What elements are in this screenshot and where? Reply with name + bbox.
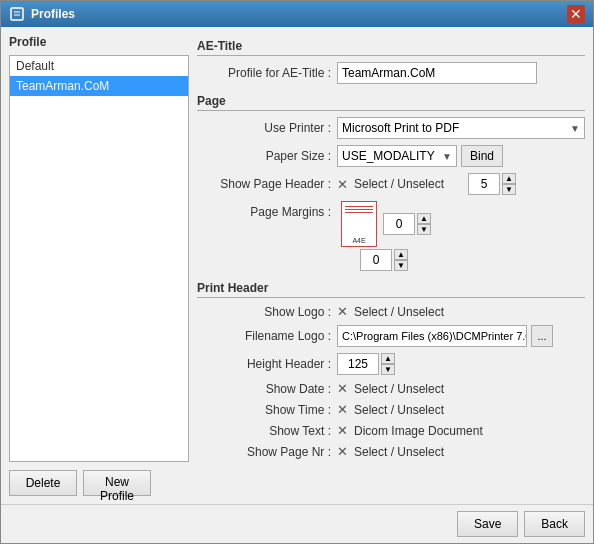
profiles-icon [9, 6, 25, 22]
page-header-spin-up[interactable]: ▲ [502, 173, 516, 184]
show-logo-label: Show Logo : [197, 305, 337, 319]
profile-ae-label: Profile for AE-Title : [197, 66, 337, 80]
show-date-checkbox-area[interactable]: ✕ Select / Unselect [337, 381, 444, 396]
profile-ae-input[interactable] [337, 62, 537, 84]
profile-list[interactable]: Default TeamArman.CoM [9, 55, 189, 462]
profile-item-default[interactable]: Default [10, 56, 188, 76]
use-printer-value: Microsoft Print to PDF [342, 121, 459, 135]
show-date-row: Show Date : ✕ Select / Unselect [197, 381, 585, 396]
height-header-spinner: ▲ ▼ [337, 353, 395, 375]
show-page-nr-label: Show Page Nr : [197, 445, 337, 459]
show-page-header-label: Show Page Header : [197, 177, 337, 191]
page-line-2 [345, 209, 373, 210]
show-logo-row: Show Logo : ✕ Select / Unselect [197, 304, 585, 319]
svg-rect-0 [11, 8, 23, 20]
show-page-header-checkbox-area[interactable]: ✕ Select / Unselect [337, 177, 444, 192]
margin-bottom-input[interactable] [360, 249, 392, 271]
margin-bottom-spinner: ▲ ▼ [360, 249, 408, 271]
show-page-nr-checkbox-area[interactable]: ✕ Select / Unselect [337, 444, 444, 459]
paper-size-value: USE_MODALITY [342, 149, 435, 163]
page-margins-control: A4E ▲ ▼ [337, 201, 585, 271]
window-body: Profile Default TeamArman.CoM Delete New… [1, 27, 593, 504]
show-text-row: Show Text : ✕ Dicom Image Document [197, 423, 585, 438]
show-page-header-text: Select / Unselect [354, 177, 444, 191]
show-time-row: Show Time : ✕ Select / Unselect [197, 402, 585, 417]
show-logo-checkbox-area[interactable]: ✕ Select / Unselect [337, 304, 444, 319]
page-line-1 [345, 206, 373, 207]
page-header-spin-down[interactable]: ▼ [502, 184, 516, 195]
ae-title-section-label: AE-Title [197, 39, 585, 56]
page-header-spinner-btns: ▲ ▼ [502, 173, 516, 195]
filename-logo-control: C:\Program Files (x86)\DCMPrinter 7.0\he… [337, 325, 585, 347]
paper-size-dropdown[interactable]: USE_MODALITY ▼ [337, 145, 457, 167]
page-preview-label: A4E [352, 237, 365, 244]
paper-size-arrow: ▼ [442, 151, 452, 162]
profile-ae-row: Profile for AE-Title : [197, 62, 585, 84]
show-text-check-icon: ✕ [337, 423, 348, 438]
height-header-btns: ▲ ▼ [381, 353, 395, 375]
filename-logo-input[interactable]: C:\Program Files (x86)\DCMPrinter 7.0\he… [337, 325, 527, 347]
paper-size-row: Paper Size : USE_MODALITY ▼ Bind [197, 145, 585, 167]
show-date-check-icon: ✕ [337, 381, 348, 396]
use-printer-dropdown[interactable]: Microsoft Print to PDF ▼ [337, 117, 585, 139]
show-page-header-row: Show Page Header : ✕ Select / Unselect ▲… [197, 173, 585, 195]
filename-logo-label: Filename Logo : [197, 329, 337, 343]
height-header-up[interactable]: ▲ [381, 353, 395, 364]
browse-button[interactable]: ... [531, 325, 553, 347]
left-panel: Profile Default TeamArman.CoM Delete New… [9, 35, 189, 496]
height-header-label: Height Header : [197, 357, 337, 371]
show-logo-check-icon: ✕ [337, 304, 348, 319]
margin-right-input[interactable] [383, 213, 415, 235]
profile-section-label: Profile [9, 35, 189, 49]
page-margins-row: Page Margins : A4E [197, 201, 585, 271]
margin-bottom-down[interactable]: ▼ [394, 260, 408, 271]
page-preview-lines [345, 206, 373, 215]
show-page-header-check-icon: ✕ [337, 177, 348, 192]
margin-right-btns: ▲ ▼ [417, 213, 431, 235]
back-button[interactable]: Back [524, 511, 585, 537]
show-text-label: Show Text : [197, 424, 337, 438]
show-logo-control: ✕ Select / Unselect [337, 304, 585, 319]
show-time-label: Show Time : [197, 403, 337, 417]
bottom-bar: Save Back [1, 504, 593, 543]
margins-bottom-row: ▲ ▼ [360, 249, 408, 271]
new-profile-button[interactable]: New Profile [83, 470, 151, 496]
show-page-nr-text: Select / Unselect [354, 445, 444, 459]
margin-right-down[interactable]: ▼ [417, 224, 431, 235]
show-page-nr-row: Show Page Nr : ✕ Select / Unselect [197, 444, 585, 459]
show-text-checkbox-area[interactable]: ✕ Dicom Image Document [337, 423, 483, 438]
margin-bottom-btns: ▲ ▼ [394, 249, 408, 271]
profile-ae-control [337, 62, 585, 84]
bind-button[interactable]: Bind [461, 145, 503, 167]
page-preview: A4E [341, 201, 377, 247]
page-header-spinner: ▲ ▼ [468, 173, 516, 195]
right-panel: AE-Title Profile for AE-Title : Page Use… [197, 35, 585, 496]
profile-item-teamarman[interactable]: TeamArman.CoM [10, 76, 188, 96]
page-header-value[interactable] [468, 173, 500, 195]
height-header-control: ▲ ▼ [337, 353, 585, 375]
window-title: Profiles [31, 7, 75, 21]
paper-size-label: Paper Size : [197, 149, 337, 163]
show-date-control: ✕ Select / Unselect [337, 381, 585, 396]
show-page-nr-control: ✕ Select / Unselect [337, 444, 585, 459]
show-page-nr-check-icon: ✕ [337, 444, 348, 459]
margin-right-up[interactable]: ▲ [417, 213, 431, 224]
paper-size-control: USE_MODALITY ▼ Bind [337, 145, 585, 167]
show-time-checkbox-area[interactable]: ✕ Select / Unselect [337, 402, 444, 417]
title-bar-left: Profiles [9, 6, 75, 22]
use-printer-row: Use Printer : Microsoft Print to PDF ▼ [197, 117, 585, 139]
save-button[interactable]: Save [457, 511, 518, 537]
show-time-text: Select / Unselect [354, 403, 444, 417]
filename-logo-value: C:\Program Files (x86)\DCMPrinter 7.0\he… [342, 330, 527, 342]
use-printer-arrow: ▼ [570, 123, 580, 134]
left-buttons: Delete New Profile [9, 470, 189, 496]
show-logo-text: Select / Unselect [354, 305, 444, 319]
page-section-label: Page [197, 94, 585, 111]
margins-top-row: A4E ▲ ▼ [337, 201, 431, 247]
margin-bottom-up[interactable]: ▲ [394, 249, 408, 260]
height-header-down[interactable]: ▼ [381, 364, 395, 375]
height-header-input[interactable] [337, 353, 379, 375]
delete-button[interactable]: Delete [9, 470, 77, 496]
close-button[interactable]: ✕ [567, 5, 585, 23]
show-time-check-icon: ✕ [337, 402, 348, 417]
